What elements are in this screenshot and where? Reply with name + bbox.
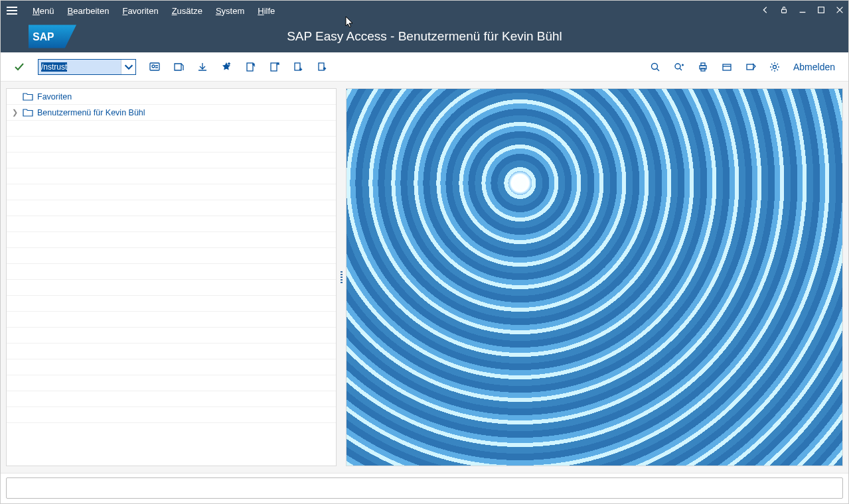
svg-point-10	[651, 63, 657, 69]
command-dropdown-icon[interactable]	[121, 60, 135, 74]
document-down-icon[interactable]	[289, 58, 307, 76]
print-icon[interactable]	[694, 58, 712, 76]
tree-row-usermenu[interactable]: ❯ Benutzermenü für Kevin Bühl	[7, 105, 336, 121]
command-field[interactable]	[38, 59, 136, 75]
command-input[interactable]	[39, 60, 121, 74]
hamburger-icon[interactable]	[5, 3, 19, 18]
menu-item-menu[interactable]: Menü	[26, 6, 61, 16]
menu-item-favoriten[interactable]: Favoriten	[116, 6, 165, 16]
tree-label: Benutzermenü für Kevin Bühl	[37, 108, 145, 117]
find-icon[interactable]	[646, 58, 664, 76]
titlebar: SAP SAP Easy Access - Benutzermenü für K…	[1, 21, 848, 52]
user-menu-icon[interactable]	[145, 58, 164, 76]
menu-item-hilfe[interactable]: Hilfe	[251, 6, 281, 16]
menubar: Menü Bearbeiten Favoriten Zusätze System…	[1, 1, 848, 21]
status-field[interactable]	[6, 477, 843, 499]
shortcut-icon[interactable]	[741, 58, 760, 76]
folder-icon	[23, 92, 33, 101]
minimize-icon[interactable]	[798, 5, 807, 17]
tree-row-favorites[interactable]: Favoriten	[7, 89, 336, 105]
document-up-icon[interactable]	[313, 58, 331, 76]
toolbar: Abmelden	[1, 52, 848, 82]
svg-rect-1	[818, 7, 824, 13]
menu-item-zusaetze[interactable]: Zusätze	[165, 6, 209, 16]
sap-menu-icon[interactable]	[169, 58, 188, 76]
navigation-tree[interactable]: Favoriten ❯ Benutzermenü für Kevin Bühl	[6, 88, 337, 466]
menu-item-bearbeiten[interactable]: Bearbeiten	[61, 6, 116, 16]
svg-rect-6	[247, 63, 253, 71]
svg-rect-16	[747, 64, 753, 70]
enter-icon[interactable]	[10, 58, 29, 76]
create-role-icon[interactable]	[241, 58, 260, 76]
svg-rect-14	[701, 68, 705, 71]
statusbar	[1, 473, 848, 503]
svg-rect-0	[782, 9, 787, 13]
chevron-right-icon[interactable]: ❯	[12, 108, 19, 117]
svg-rect-7	[271, 63, 277, 71]
maximize-icon[interactable]	[816, 5, 826, 17]
svg-point-5	[152, 65, 155, 68]
start-image-panel	[346, 88, 843, 466]
svg-rect-9	[319, 63, 324, 70]
new-session-icon[interactable]	[718, 58, 736, 76]
svg-rect-15	[723, 64, 731, 70]
page-title: SAP Easy Access - Benutzermenü für Kevin…	[76, 29, 773, 44]
menu-item-system[interactable]: System	[209, 6, 251, 16]
logout-button[interactable]: Abmelden	[789, 62, 839, 72]
settings-icon[interactable]	[765, 58, 784, 76]
unlock-icon[interactable]	[779, 5, 789, 17]
ripple-background	[347, 89, 842, 466]
save-icon[interactable]	[193, 58, 212, 76]
svg-rect-13	[701, 63, 705, 66]
sap-logo: SAP	[29, 25, 76, 48]
add-favorite-icon[interactable]	[217, 58, 236, 76]
folder-icon	[23, 108, 33, 117]
content-area: Favoriten ❯ Benutzermenü für Kevin Bühl	[1, 82, 848, 473]
assign-user-icon[interactable]	[265, 58, 283, 76]
splitter-handle[interactable]	[339, 88, 343, 466]
find-next-icon[interactable]	[670, 58, 688, 76]
close-icon[interactable]	[835, 5, 844, 17]
svg-text:SAP: SAP	[33, 31, 54, 42]
svg-point-17	[773, 65, 776, 68]
back-icon[interactable]	[761, 5, 770, 17]
tree-label: Favoriten	[37, 92, 72, 101]
svg-point-11	[675, 64, 680, 69]
